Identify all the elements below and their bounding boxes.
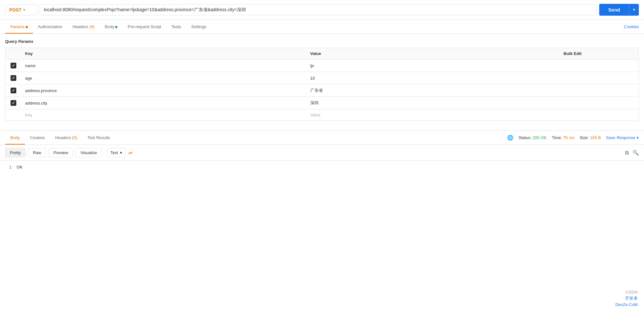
save-response-chevron-icon: ▾ [637, 135, 639, 140]
line-content-1: OK [17, 165, 23, 169]
param-key-2[interactable]: address.province [21, 84, 306, 97]
param-value-2[interactable]: 广东省 [306, 84, 560, 97]
status-info: 🌐 Status: 200 OK Time: 75 ms Size: 165 B… [507, 135, 639, 141]
table-row: KeyValue [5, 109, 639, 121]
wrap-icon[interactable]: ⇌ [128, 150, 132, 156]
status-value: 200 OK [533, 135, 547, 140]
bottom-panel: Body Cookies Headers (5) Test Results 🌐 … [0, 130, 644, 173]
tab-body[interactable]: Body [99, 20, 123, 34]
body-dot [115, 26, 117, 28]
param-key-placeholder: Key [25, 113, 32, 117]
right-icons: ⧉ 🔍 [625, 150, 639, 156]
table-header-row: Key Value Bulk Edit [5, 48, 639, 59]
col-header-bulk[interactable]: Bulk Edit [560, 48, 639, 59]
response-line-1: 1 OK [5, 165, 639, 169]
text-dropdown-label: Text [110, 150, 118, 155]
param-value-0[interactable]: ljx [306, 59, 560, 72]
method-chevron-icon: ▾ [23, 8, 25, 12]
bottom-tab-body-label: Body [10, 135, 20, 140]
tab-params-label: Params [10, 24, 25, 29]
param-actions-4 [560, 109, 639, 121]
param-actions-3 [560, 97, 639, 109]
tab-tests-label: Tests [171, 24, 181, 29]
tab-authorization[interactable]: Authorization [33, 20, 68, 34]
table-row: ✓age10 [5, 72, 639, 84]
tab-headers[interactable]: Headers (9) [68, 20, 100, 34]
tab-tests[interactable]: Tests [166, 20, 186, 34]
raw-button[interactable]: Raw [28, 148, 46, 157]
param-key-1[interactable]: age [21, 72, 306, 84]
param-value-1[interactable]: 10 [306, 72, 560, 84]
param-key-3[interactable]: address.city [21, 97, 306, 109]
method-select[interactable]: POST ▾ [5, 4, 37, 15]
tab-prerequest-label: Pre-request Script [128, 24, 161, 29]
params-table: Key Value Bulk Edit ✓nameljx✓age10✓addre… [5, 48, 639, 121]
status-label: Status: 200 OK [519, 135, 547, 140]
bottom-tab-headers[interactable]: Headers (5) [50, 131, 83, 145]
col-header-check [5, 48, 21, 59]
bottom-tab-test-results-label: Test Results [87, 135, 110, 140]
bottom-tab-body[interactable]: Body [5, 131, 25, 145]
params-dot [26, 26, 28, 28]
response-body: 1 OK [0, 161, 644, 173]
save-response-button[interactable]: Save Response ▾ [606, 135, 639, 140]
send-button-main[interactable]: Send [599, 4, 629, 16]
preview-button[interactable]: Preview [49, 148, 73, 157]
size-value: 165 B [590, 135, 601, 140]
url-input[interactable] [44, 7, 592, 12]
col-header-value: Value [306, 48, 560, 59]
tab-settings-label: Settings [191, 24, 206, 29]
param-value-placeholder: Value [310, 113, 321, 117]
bottom-tab-test-results[interactable]: Test Results [82, 131, 115, 145]
tab-body-label: Body [105, 24, 114, 29]
url-input-wrapper [40, 4, 597, 15]
table-row: ✓address.city深圳 [5, 97, 639, 109]
url-bar: POST ▾ Send ▾ [0, 0, 644, 20]
request-tabs: Params Authorization Headers (9) Body Pr… [0, 20, 644, 34]
bottom-tab-cookies-label: Cookies [30, 135, 45, 140]
text-dropdown[interactable]: Text ▾ [107, 148, 126, 157]
param-actions-0 [560, 59, 639, 72]
row-checkbox-0[interactable]: ✓ [9, 63, 18, 68]
text-dropdown-chevron-icon: ▾ [120, 150, 122, 155]
send-chevron-icon[interactable]: ▾ [629, 4, 639, 15]
send-button[interactable]: Send ▾ [599, 4, 639, 16]
globe-icon: 🌐 [507, 135, 513, 141]
query-params-title: Query Params [5, 39, 639, 44]
search-icon[interactable]: 🔍 [632, 150, 639, 156]
size-label: Size: 165 B [580, 135, 601, 140]
row-checkbox-1[interactable]: ✓ [9, 75, 18, 81]
bottom-tab-headers-label: Headers (5) [55, 135, 77, 140]
row-checkbox-3[interactable]: ✓ [9, 100, 18, 106]
cookies-link[interactable]: Cookies [624, 20, 639, 34]
params-section: Query Params Key Value Bulk Edit ✓namelj… [0, 34, 644, 121]
line-number-1: 1 [5, 165, 12, 169]
method-label: POST [9, 7, 21, 12]
bottom-tabs-bar: Body Cookies Headers (5) Test Results 🌐 … [0, 131, 644, 145]
param-actions-2 [560, 84, 639, 97]
param-value-3[interactable]: 深圳 [306, 97, 560, 109]
bottom-tab-cookies[interactable]: Cookies [25, 131, 50, 145]
table-row: ✓nameljx [5, 59, 639, 72]
tab-headers-label: Headers (9) [73, 24, 95, 29]
tab-authorization-label: Authorization [38, 24, 62, 29]
save-response-label: Save Response [606, 135, 635, 140]
visualize-button[interactable]: Visualize [76, 148, 102, 157]
format-toolbar: Pretty Raw Preview Visualize Text ▾ ⇌ ⧉ … [0, 145, 644, 161]
param-actions-1 [560, 72, 639, 84]
param-key-0[interactable]: name [21, 59, 306, 72]
tab-settings[interactable]: Settings [186, 20, 211, 34]
copy-icon[interactable]: ⧉ [625, 150, 629, 156]
col-header-key: Key [21, 48, 306, 59]
time-value: 75 ms [563, 135, 574, 140]
time-label: Time: 75 ms [552, 135, 575, 140]
table-row: ✓address.province广东省 [5, 84, 639, 97]
row-checkbox-2[interactable]: ✓ [9, 88, 18, 93]
tab-prerequest[interactable]: Pre-request Script [123, 20, 166, 34]
tab-params[interactable]: Params [5, 20, 33, 34]
pretty-button[interactable]: Pretty [5, 148, 26, 157]
